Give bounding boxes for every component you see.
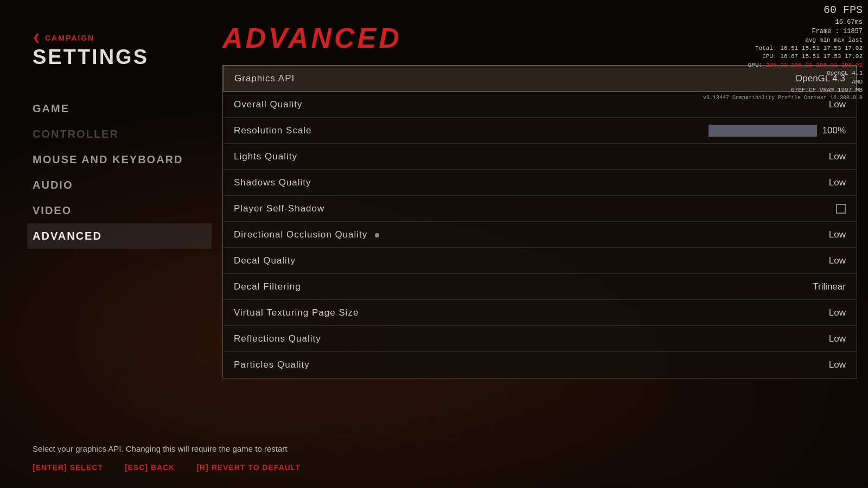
sidebar-item-advanced[interactable]: ADVANCED bbox=[27, 223, 212, 249]
hud-cpu-label: CPU: bbox=[762, 53, 776, 60]
sidebar-item-game[interactable]: GAME bbox=[33, 96, 212, 121]
nav-menu: GAME CONTROLLER MOUSE AND KEYBOARD AUDIO… bbox=[33, 96, 212, 249]
setting-row-particles-quality[interactable]: Particles Quality Low bbox=[223, 352, 857, 378]
setting-row-player-self-shadow[interactable]: Player Self-Shadow bbox=[223, 196, 857, 222]
control-back[interactable]: [ESC] BACK bbox=[125, 463, 175, 472]
setting-label-directional-occlusion: Directional Occlusion Quality bbox=[234, 229, 379, 240]
hud-total-label: Total: bbox=[755, 45, 777, 52]
setting-value-resolution-scale: 100% bbox=[709, 125, 846, 137]
control-revert[interactable]: [R] REVERT TO DEFAULT bbox=[196, 463, 301, 472]
resolution-bar-bg bbox=[709, 125, 817, 137]
setting-row-lights-quality[interactable]: Lights Quality Low bbox=[223, 144, 857, 170]
setting-row-reflections-quality[interactable]: Reflections Quality Low bbox=[223, 326, 857, 352]
hud-cpu-values: 16.67 15.51 17.53 17.02 bbox=[780, 53, 863, 60]
performance-hud: 60 FPS 16.67ms Frame : 11857 avg min max… bbox=[703, 3, 863, 102]
back-label: CAMPAIGN bbox=[45, 34, 94, 42]
hint-text: Select your graphics API. Changing this … bbox=[33, 444, 835, 453]
player-shadow-checkbox[interactable] bbox=[836, 204, 846, 214]
setting-row-decal-filtering[interactable]: Decal Filtering Trilinear bbox=[223, 274, 857, 300]
sidebar-item-controller: CONTROLLER bbox=[33, 121, 212, 147]
setting-label-virtual-texturing: Virtual Texturing Page Size bbox=[234, 307, 359, 318]
setting-label-decal-quality: Decal Quality bbox=[234, 255, 296, 266]
hud-gpu-values: 295.01 296.01 298.01 298.02 bbox=[766, 62, 863, 68]
back-link[interactable]: ❮ CAMPAIGN bbox=[33, 33, 212, 43]
setting-label-graphics-api: Graphics API bbox=[234, 73, 295, 84]
setting-value-player-self-shadow bbox=[836, 204, 846, 214]
hud-total-values: 16.51 15.51 17.53 17.02 bbox=[780, 45, 863, 52]
setting-label-shadows-quality: Shadows Quality bbox=[234, 177, 311, 188]
setting-row-resolution-scale[interactable]: Resolution Scale 100% bbox=[223, 118, 857, 144]
settings-panel: Graphics API OpenGL 4.3 Overall Quality … bbox=[222, 65, 857, 378]
setting-value-decal-quality: Low bbox=[829, 255, 846, 266]
setting-row-directional-occlusion[interactable]: Directional Occlusion Quality Low bbox=[223, 222, 857, 248]
hud-col-headers: avg min max last bbox=[805, 37, 863, 43]
resolution-bar-fill bbox=[709, 125, 817, 137]
setting-value-lights-quality: Low bbox=[829, 151, 846, 162]
setting-label-player-self-shadow: Player Self-Shadow bbox=[234, 203, 324, 214]
frame-counter: Frame : 11857 bbox=[703, 27, 863, 36]
sidebar-title: SETTINGS bbox=[33, 46, 212, 69]
hud-opengl: OpenGL 4.3 bbox=[703, 69, 863, 78]
setting-label-resolution-scale: Resolution Scale bbox=[234, 125, 312, 136]
setting-row-shadows-quality[interactable]: Shadows Quality Low bbox=[223, 170, 857, 196]
back-arrow-icon: ❮ bbox=[33, 33, 41, 43]
setting-value-virtual-texturing: Low bbox=[829, 307, 846, 318]
setting-label-decal-filtering: Decal Filtering bbox=[234, 281, 301, 292]
hud-context: v3.13447 Compatibility Profile Context 1… bbox=[703, 94, 863, 102]
directional-occlusion-dot bbox=[375, 233, 379, 237]
bottom-bar: Select your graphics API. Changing this … bbox=[0, 433, 868, 488]
fps-counter: 60 FPS bbox=[703, 3, 863, 18]
setting-label-overall-quality: Overall Quality bbox=[234, 99, 302, 110]
resolution-percent: 100% bbox=[822, 125, 846, 136]
setting-value-decal-filtering: Trilinear bbox=[813, 281, 846, 292]
sidebar: ❮ CAMPAIGN SETTINGS GAME CONTROLLER MOUS… bbox=[0, 0, 212, 488]
sidebar-item-mouse-keyboard[interactable]: MOUSE AND KEYBOARD bbox=[33, 147, 212, 172]
setting-label-reflections-quality: Reflections Quality bbox=[234, 333, 321, 344]
setting-value-directional-occlusion: Low bbox=[829, 229, 846, 240]
sidebar-item-video[interactable]: VIDEO bbox=[33, 198, 212, 223]
setting-row-decal-quality[interactable]: Decal Quality Low bbox=[223, 248, 857, 274]
ms-counter: 16.67ms bbox=[703, 18, 863, 27]
sidebar-item-audio[interactable]: AUDIO bbox=[33, 172, 212, 198]
setting-row-virtual-texturing[interactable]: Virtual Texturing Page Size Low bbox=[223, 300, 857, 326]
control-select[interactable]: [ENTER] SELECT bbox=[33, 463, 103, 472]
setting-value-reflections-quality: Low bbox=[829, 333, 846, 344]
hud-gpu-label: GPU: bbox=[748, 62, 762, 68]
setting-value-shadows-quality: Low bbox=[829, 177, 846, 188]
setting-label-particles-quality: Particles Quality bbox=[234, 359, 310, 370]
setting-value-particles-quality: Low bbox=[829, 359, 846, 370]
setting-label-lights-quality: Lights Quality bbox=[234, 151, 297, 162]
hud-amd: AMD bbox=[703, 78, 863, 86]
controls-bar: [ENTER] SELECT [ESC] BACK [R] REVERT TO … bbox=[33, 463, 835, 472]
hud-vram: 67EF:CF VRAM 1997 MB bbox=[703, 86, 863, 94]
